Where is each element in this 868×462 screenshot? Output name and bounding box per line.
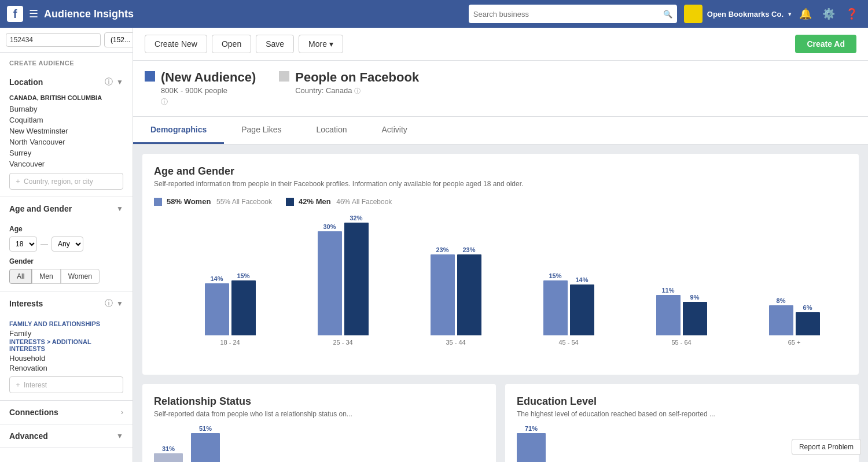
- location-city-burnaby: Burnaby: [9, 104, 123, 114]
- women-bar-55-64: [656, 295, 681, 335]
- interest-item-household: Household: [9, 353, 123, 363]
- brand-name[interactable]: Open Bookmarks Co.: [707, 10, 784, 19]
- tab-location[interactable]: Location: [299, 117, 365, 144]
- women-bar-65plus: [769, 305, 793, 335]
- search-icon[interactable]: 🔍: [663, 10, 672, 19]
- education-title: Education Level: [517, 396, 847, 408]
- rel-pct-2: 51%: [199, 425, 212, 432]
- location-city-coquitlam: Coquitlam: [9, 114, 123, 125]
- main-layout: (152... CREATE AUDIENCE Location ⓘ ▼ CAN…: [0, 28, 868, 462]
- age-label-65plus: 65 +: [788, 339, 801, 346]
- audience-dropdown[interactable]: (152...: [104, 32, 133, 47]
- gender-all-button[interactable]: All: [9, 269, 32, 284]
- men-pct-45-54: 14%: [575, 276, 588, 283]
- interests-info-icon[interactable]: ⓘ: [105, 298, 113, 309]
- education-subtitle: The highest level of education reached b…: [517, 410, 847, 418]
- interest-category-family[interactable]: FAMILY AND RELATIONSHIPS: [9, 320, 123, 327]
- brand-badge: [684, 5, 703, 23]
- app-title: Audience Insights: [44, 8, 134, 20]
- bar-group-65plus: 8% 6% 65 +: [741, 297, 847, 346]
- tabs: Demographics Page Likes Location Activit…: [133, 117, 868, 145]
- location-info-icon[interactable]: ⓘ: [105, 77, 113, 87]
- legend-women-label: 58% Women: [167, 197, 211, 206]
- main-content: Create New Open Save More ▾ Create Ad (N…: [133, 28, 868, 462]
- create-ad-button[interactable]: Create Ad: [795, 35, 856, 53]
- top-nav: f ☰ Audience Insights 🔍 Open Bookmarks C…: [0, 0, 868, 28]
- rel-pct-1: 31%: [162, 445, 175, 452]
- women-bar-18-24: [205, 283, 229, 335]
- relationship-title: Relationship Status: [154, 396, 484, 408]
- facebook-people-info: People on Facebook Country: Canada ⓘ: [279, 70, 419, 95]
- location-add-input[interactable]: ＋ Country, region, or city: [9, 173, 123, 190]
- report-problem-button[interactable]: Report a Problem: [792, 439, 861, 455]
- bar-group-35-44: 23% 23% 35 - 44: [403, 246, 509, 346]
- open-button[interactable]: Open: [212, 35, 251, 53]
- advanced-title: Advanced: [9, 431, 48, 441]
- women-pct-25-34: 30%: [323, 223, 336, 230]
- gender-men-button[interactable]: Men: [32, 269, 60, 284]
- search-input[interactable]: [473, 10, 663, 19]
- location-city-surrey: Surrey: [9, 147, 123, 158]
- legend-men: 42% Men 46% All Facebook: [286, 197, 392, 206]
- age-gender-content: Age 18 — Any Gender All Men Women: [0, 220, 133, 291]
- relationship-subtitle: Self-reported data from people who list …: [154, 410, 484, 418]
- gender-women-button[interactable]: Women: [61, 269, 100, 284]
- gender-buttons: All Men Women: [9, 269, 123, 284]
- interest-category-additional[interactable]: INTERESTS > ADDITIONAL INTERESTS: [9, 338, 123, 352]
- facebook-people-label: People on Facebook: [295, 70, 419, 85]
- brand-dropdown-icon[interactable]: ▾: [788, 10, 792, 18]
- location-input-placeholder: Country, region, or city: [24, 178, 93, 186]
- legend-women: 58% Women 55% All Facebook: [154, 197, 272, 206]
- audience-header: (New Audience) 800K - 900K people ⓘ Peop…: [133, 61, 868, 117]
- connections-section-header[interactable]: Connections ›: [0, 401, 133, 424]
- rel-bar-1: 31%: [154, 445, 183, 462]
- age-label-18-24: 18 - 24: [220, 339, 240, 346]
- age-from-select[interactable]: 18: [9, 236, 37, 252]
- more-button[interactable]: More ▾: [299, 35, 343, 53]
- age-gender-chart-title: Age and Gender: [154, 165, 847, 178]
- tab-activity[interactable]: Activity: [364, 117, 424, 144]
- audience-info-icon[interactable]: ⓘ: [161, 97, 256, 107]
- sidebar-toolbar: (152...: [0, 28, 133, 53]
- women-bar-25-34: [318, 231, 342, 335]
- men-bar-65plus: [796, 312, 820, 335]
- legend-men-sub: 46% All Facebook: [336, 198, 392, 206]
- tab-page-likes[interactable]: Page Likes: [224, 117, 299, 144]
- rel-bar-2: 51%: [191, 425, 220, 462]
- age-gender-chart-subtitle: Self-reported information from people in…: [154, 180, 847, 188]
- sidebar-interests-section: Interests ⓘ ▼ FAMILY AND RELATIONSHIPS F…: [0, 291, 133, 401]
- age-gender-section-title: Age and Gender: [9, 204, 72, 213]
- create-new-button[interactable]: Create New: [145, 35, 207, 53]
- interests-content: FAMILY AND RELATIONSHIPS Family INTEREST…: [0, 316, 133, 400]
- create-audience-header: CREATE AUDIENCE: [0, 53, 133, 70]
- save-button[interactable]: Save: [256, 35, 294, 53]
- location-caret-icon: ▼: [116, 78, 123, 86]
- age-gender-section-header[interactable]: Age and Gender ▼: [0, 197, 133, 220]
- interest-add-input[interactable]: ＋ Interest: [9, 376, 123, 393]
- men-pct-18-24: 15%: [237, 272, 249, 279]
- location-items: CANADA, BRITISH COLUMBIA Burnaby Coquitl…: [0, 94, 133, 197]
- sidebar-advanced-section: Advanced ▼: [0, 424, 133, 448]
- hamburger-icon[interactable]: ☰: [29, 8, 38, 20]
- interests-section-title: Interests: [9, 299, 43, 308]
- advanced-section-header[interactable]: Advanced ▼: [0, 424, 133, 448]
- women-pct-35-44: 23%: [436, 246, 448, 253]
- facebook-info-icon[interactable]: ⓘ: [354, 87, 361, 94]
- interest-plus-icon: ＋: [14, 380, 21, 390]
- search-bar[interactable]: 🔍: [469, 5, 677, 23]
- age-to-select[interactable]: Any: [52, 236, 83, 252]
- women-pct-18-24: 14%: [210, 275, 223, 282]
- legend-women-color: [154, 198, 162, 206]
- facebook-logo[interactable]: f: [7, 6, 23, 22]
- notifications-icon[interactable]: 🔔: [796, 5, 815, 23]
- settings-icon[interactable]: ⚙️: [819, 5, 838, 23]
- help-icon[interactable]: ❓: [843, 5, 861, 23]
- tab-demographics[interactable]: Demographics: [133, 117, 224, 144]
- men-bar-18-24: [231, 280, 256, 335]
- location-section-header[interactable]: Location ⓘ ▼: [0, 70, 133, 94]
- men-bar-25-34: [344, 223, 369, 335]
- interests-section-header[interactable]: Interests ⓘ ▼: [0, 291, 133, 316]
- sidebar: (152... CREATE AUDIENCE Location ⓘ ▼ CAN…: [0, 28, 133, 462]
- audience-id-input[interactable]: [6, 33, 101, 47]
- age-row: 18 — Any: [9, 236, 123, 252]
